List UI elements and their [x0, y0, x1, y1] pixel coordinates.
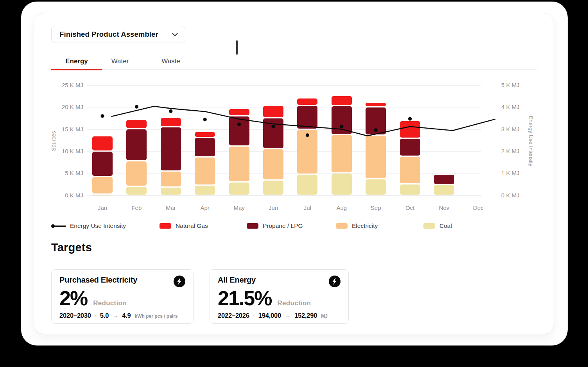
eui-dot[interactable] — [135, 105, 138, 109]
legend-item-energy-use-intensity[interactable]: Energy Use Intensity — [51, 221, 126, 231]
reduction-percent: 2% — [59, 288, 87, 308]
eui-dot[interactable] — [100, 114, 104, 118]
bar-segment-natural-gas[interactable] — [332, 96, 352, 105]
bar-segment-propane-lpg[interactable] — [161, 127, 181, 170]
bar-segment-natural-gas[interactable] — [126, 120, 147, 128]
gridline — [87, 129, 481, 130]
bar-segment-coal[interactable] — [126, 187, 147, 195]
tab-bar: Energy Water Waste — [51, 54, 537, 70]
bar-segment-coal[interactable] — [161, 188, 181, 195]
bar-segment-natural-gas[interactable] — [195, 132, 215, 137]
bar-segment-natural-gas[interactable] — [229, 109, 249, 115]
bar-segment-propane-lpg[interactable] — [92, 152, 113, 175]
bar-segment-coal[interactable] — [434, 185, 454, 195]
target-unit: MJ — [321, 313, 328, 319]
right-axis-tick: 1 K MJ — [501, 170, 536, 176]
active-tab-indicator — [51, 69, 102, 70]
bar-segment-electricity[interactable] — [229, 147, 249, 181]
bar-segment-propane-lpg[interactable] — [195, 138, 215, 156]
bar-segment-natural-gas[interactable] — [92, 136, 113, 150]
right-axis-tick: 4 K MJ — [501, 104, 536, 110]
bar-segment-electricity[interactable] — [366, 136, 386, 179]
bar-segment-propane-lpg[interactable] — [126, 129, 147, 160]
arrow-right-icon: → — [112, 312, 118, 319]
bar-segment-electricity[interactable] — [400, 157, 420, 183]
bar-segment-natural-gas[interactable] — [263, 106, 283, 117]
bar-segment-natural-gas[interactable] — [161, 118, 181, 127]
bar-segment-propane-lpg[interactable] — [229, 116, 249, 145]
legend-item-electricity[interactable]: Electricity — [336, 221, 378, 231]
month-label: Mar — [155, 204, 186, 211]
swatch-icon — [247, 223, 258, 229]
bar-segment-electricity[interactable] — [297, 130, 317, 174]
left-axis-tick: 10 K MJ — [51, 148, 83, 154]
left-axis-title: Sources — [50, 114, 57, 168]
tab-waste[interactable]: Waste — [138, 54, 204, 69]
target-from-value: 5.0 — [100, 312, 109, 319]
bar-segment-propane-lpg[interactable] — [332, 106, 352, 134]
left-axis-tick: 5 K MJ — [51, 170, 83, 176]
month-label: Sep — [360, 204, 391, 211]
bar-segment-propane-lpg[interactable] — [400, 139, 420, 156]
target-card-purchased-electricity: Purchased Electricity 2% Reduction 2020–… — [51, 269, 194, 324]
bar-segment-coal[interactable] — [92, 195, 113, 196]
grunge-frame: Finished Product Assembler All Productio… — [0, 0, 588, 367]
bar-segment-coal[interactable] — [297, 175, 317, 195]
chevron-down-icon — [172, 33, 178, 36]
bar-segment-coal[interactable] — [400, 184, 420, 195]
line-dot-icon — [51, 224, 66, 228]
energy-sources-chart: Sources Energy Use Intensity 0 K MJ5 K M… — [51, 79, 540, 216]
month-label: Nov — [428, 204, 460, 211]
bar-segment-propane-lpg[interactable] — [434, 175, 454, 184]
legend-label: Energy Use Intensity — [70, 222, 126, 229]
legend-label: Coal — [439, 222, 452, 229]
swatch-icon — [336, 223, 348, 229]
toggle-option-my-production[interactable]: My Production — [237, 41, 238, 55]
bar-segment-electricity[interactable] — [263, 149, 283, 179]
eui-dot[interactable] — [408, 117, 412, 121]
bar-segment-electricity[interactable] — [92, 177, 113, 193]
bar-segment-propane-lpg[interactable] — [297, 106, 317, 129]
target-period: 2022–2026 — [218, 312, 249, 319]
tab-energy[interactable]: Energy — [51, 54, 102, 69]
legend-item-natural-gas[interactable]: Natural Gas — [160, 221, 208, 231]
eui-dot[interactable] — [203, 118, 207, 121]
bar-segment-electricity[interactable] — [126, 161, 147, 186]
bar-segment-electricity[interactable] — [332, 135, 352, 172]
lightning-bolt-icon — [174, 276, 185, 287]
bar-segment-coal[interactable] — [332, 174, 352, 195]
assembler-dropdown[interactable]: Finished Product Assembler — [51, 26, 185, 43]
bar-segment-natural-gas[interactable] — [400, 121, 420, 138]
toggle-option-all-production[interactable]: All Production — [237, 41, 238, 55]
right-axis-title: Energy Use Intensity — [528, 102, 534, 180]
swatch-icon — [423, 223, 435, 229]
gridline — [87, 85, 481, 86]
bar-segment-coal[interactable] — [366, 179, 386, 195]
target-card-all-energy: All Energy 21.5% Reduction 2022–2026 · 1… — [210, 269, 349, 324]
legend-item-propane-lpg[interactable]: Propane / LPG — [247, 221, 303, 231]
bar-segment-natural-gas[interactable] — [297, 98, 317, 105]
chart-legend: Energy Use IntensityNatural GasPropane /… — [51, 221, 540, 231]
arrow-right-icon: → — [285, 312, 291, 319]
bar-segment-coal[interactable] — [195, 186, 215, 195]
gridline — [87, 195, 481, 196]
bar-segment-propane-lpg[interactable] — [366, 107, 386, 134]
target-card-title: Purchased Electricity — [59, 276, 137, 285]
left-axis-tick: 15 K MJ — [51, 126, 83, 132]
bar-segment-electricity[interactable] — [161, 172, 181, 186]
eui-dot[interactable] — [169, 109, 172, 113]
assembler-dropdown-value: Finished Product Assembler — [59, 30, 158, 39]
bar-segment-coal[interactable] — [263, 181, 283, 195]
bar-segment-coal[interactable] — [229, 183, 249, 195]
right-axis-tick: 5 K MJ — [501, 82, 536, 88]
bar-segment-electricity[interactable] — [195, 158, 215, 184]
tab-water[interactable]: Water — [102, 54, 138, 69]
legend-item-coal[interactable]: Coal — [423, 221, 452, 231]
target-to-value: 152,290 — [294, 312, 317, 319]
bar-segment-natural-gas[interactable] — [366, 103, 386, 106]
left-axis-tick: 20 K MJ — [51, 104, 83, 110]
month-label: Aug — [326, 204, 357, 211]
lightning-bolt-icon — [329, 276, 341, 287]
gridline — [87, 107, 481, 107]
bar-segment-propane-lpg[interactable] — [263, 118, 283, 148]
